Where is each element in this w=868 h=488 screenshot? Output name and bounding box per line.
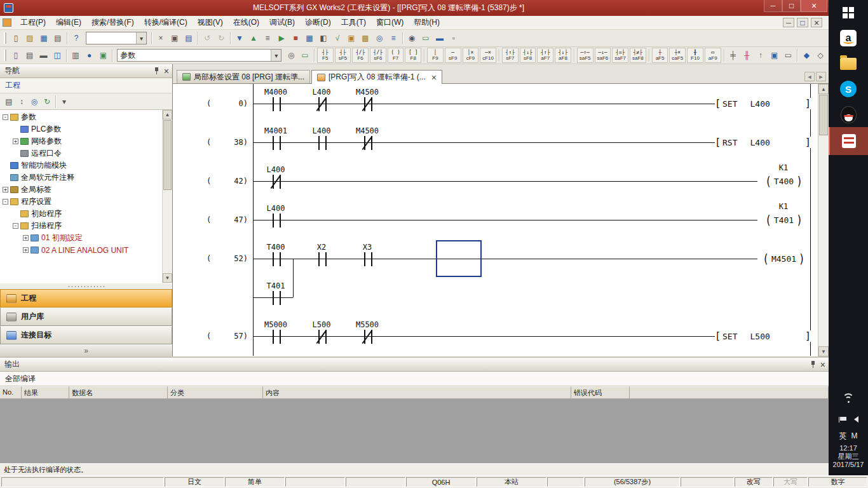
refresh-icon[interactable]: ↻ [41,95,53,108]
pin-icon[interactable] [810,361,817,368]
ladder-key-saf5[interactable]: ─↑─saF5 [577,48,593,63]
monitor-stop-icon[interactable]: ■ [288,31,302,45]
column-result[interactable]: 结果 [22,386,69,399]
column-content[interactable]: 内容 [263,386,571,399]
ladder-rung-1[interactable]: ( 38) M4001 L400 M4500 RSTL400 [173,123,818,161]
edit-cursor[interactable] [436,240,482,277]
vertical-scrollbar[interactable] [818,84,829,356]
cross-reference-window-icon[interactable]: ◫ [50,48,64,62]
menu-find-replace[interactable]: 搜索/替换(F) [86,16,139,29]
column-category[interactable]: 分类 [168,386,263,399]
statement-display-icon[interactable]: ▬ [433,31,447,45]
set-instruction[interactable]: SETL500 [715,330,811,342]
inline-st-icon[interactable]: ▭ [782,48,796,62]
scroll-up-icon[interactable] [818,84,829,94]
collapse-bar[interactable] [0,344,172,356]
ladder-key-saf7[interactable]: ┤=├saF7 [612,48,628,63]
taskbar-amazon-button[interactable]: a [829,25,868,51]
expand-toggle[interactable]: - [13,223,18,229]
watch-window-icon[interactable]: ● [83,48,97,62]
pulse-conversion-icon[interactable]: ↑ [754,48,768,62]
tree-item-plc-parameter[interactable]: PLC参数 [0,123,161,135]
column-no[interactable]: No. [0,386,22,399]
navigation-window-icon[interactable]: ▯ [9,48,23,62]
ladder-key-sf5[interactable]: ┤├sF5 [335,48,351,63]
ladder-editor[interactable]: ( 0) M4000 L400 M4500 SETL400 ( 38) M [173,84,829,356]
maximize-button[interactable] [782,0,801,12]
toolbar-grip[interactable] [4,32,6,44]
splitter-handle[interactable] [0,283,172,289]
tree-scrollbar[interactable] [162,110,172,283]
ladder-rung-4[interactable]: ( 52) T400 X2 X3 T401 M4501 [173,239,818,316]
comment-display-icon[interactable]: ▭ [419,31,433,45]
taskbar-gx-works2-button[interactable] [829,127,868,155]
contact-M4001[interactable]: M4001 [257,126,294,150]
ladder-key-sf9[interactable]: ─sF9 [445,48,461,63]
toolbar-combobox[interactable] [86,32,147,44]
expand-toggle[interactable]: - [3,114,8,120]
contact-X3[interactable]: X3 [349,243,386,266]
ladder-key-af5[interactable]: ┼aF5 [652,48,668,63]
monitor-start-icon[interactable]: ▶ [275,31,288,45]
tray-icons[interactable] [829,411,868,428]
tree-item-global-comment[interactable]: 全局软元件注释 [0,172,161,184]
print-icon[interactable]: ▤ [51,31,65,45]
module-monitor-icon[interactable]: ▣ [97,48,111,62]
coil-T400[interactable]: T400 [757,175,810,187]
view-user-library-button[interactable]: 用户库 [0,308,172,326]
taskbar-explorer-button[interactable] [829,51,868,76]
tab-local-label-setting[interactable]: 局部标签设置 08 [PRG] 運転準... [177,70,310,83]
device-list-icon[interactable]: ≡ [386,31,400,45]
ladder-key-sf6[interactable]: ┤/├sF6 [370,48,386,63]
column-error-code[interactable]: 错误代码 [571,386,630,399]
device-use-list-icon[interactable]: ▥ [69,48,83,62]
network-button[interactable] [829,386,868,411]
ladder-rung-5[interactable]: ( 57) M5000 L500 M5500 SETL500 [173,316,818,355]
element-selection-window-icon[interactable]: ▤ [23,48,37,62]
edit-line-icon[interactable]: ╪ [726,48,740,62]
menu-window[interactable]: 窗口(W) [371,16,409,29]
logic-test-icon[interactable]: ◧ [316,31,330,45]
read-mode-icon[interactable]: ◇ [813,48,827,62]
scroll-up-icon[interactable] [163,110,172,119]
expand-toggle[interactable]: + [23,235,29,241]
contact-M4000[interactable]: M4000 [257,88,294,111]
ladder-key-f9[interactable]: │F9 [427,48,444,63]
cross-reference-icon[interactable]: ◎ [372,31,386,45]
start-button[interactable] [829,0,868,25]
taskbar-qq-button[interactable] [829,102,868,127]
ladder-key-sf7[interactable]: ┤↑├sF7 [502,48,519,63]
close-button[interactable] [801,0,827,12]
menu-edit[interactable]: 编辑(E) [51,16,86,29]
column-data-name[interactable]: 数据名 [69,386,168,399]
contact-L400[interactable]: L400 [257,204,294,227]
program-check-icon[interactable]: √ [330,31,344,45]
close-tab-icon[interactable] [431,73,437,82]
ladder-key-cf10[interactable]: ─×cF10 [480,48,496,63]
redo-icon[interactable]: ↻ [214,31,228,45]
close-panel-icon[interactable] [820,360,825,369]
pin-icon[interactable] [153,67,160,74]
ladder-rung-0[interactable]: ( 0) M4000 L400 M4500 SETL400 [173,84,818,123]
help-icon[interactable]: ? [69,31,83,45]
tree-item-scan-program[interactable]: -扫描程序 [0,220,161,232]
menu-view[interactable]: 视图(V) [193,16,228,29]
contact-L500-nc[interactable]: L500 [303,320,340,344]
contact-T401-branch[interactable]: T401 [257,281,294,305]
scroll-down-icon[interactable] [163,273,172,283]
ladder-rung-3[interactable]: ( 47) L400 K1 T401 [173,200,818,239]
ladder-diagram[interactable]: ( 0) M4000 L400 M4500 SETL400 ( 38) M [173,84,818,356]
ladder-rung-2[interactable]: ( 42) L400 K1 T400 [173,161,818,200]
delete-line-icon[interactable]: ╫ [740,48,754,62]
contact-M4500-nc[interactable]: M4500 [349,88,386,111]
ladder-key-f10[interactable]: ╂F10 [687,48,703,63]
tree-item-program-01[interactable]: +01 初期設定 [0,232,161,244]
verify-plc-icon[interactable]: ≡ [261,31,275,45]
minimize-button[interactable] [764,0,782,12]
device-memory-icon[interactable]: ▦ [302,31,316,45]
tree-item-global-label[interactable]: +全局标签 [0,184,161,196]
tree-expand-icon[interactable]: ▤ [3,95,15,108]
build-icon[interactable]: ▣ [344,31,358,45]
new-icon[interactable]: ▯ [9,31,23,45]
comment-toggle-icon[interactable]: ▭ [298,48,312,62]
